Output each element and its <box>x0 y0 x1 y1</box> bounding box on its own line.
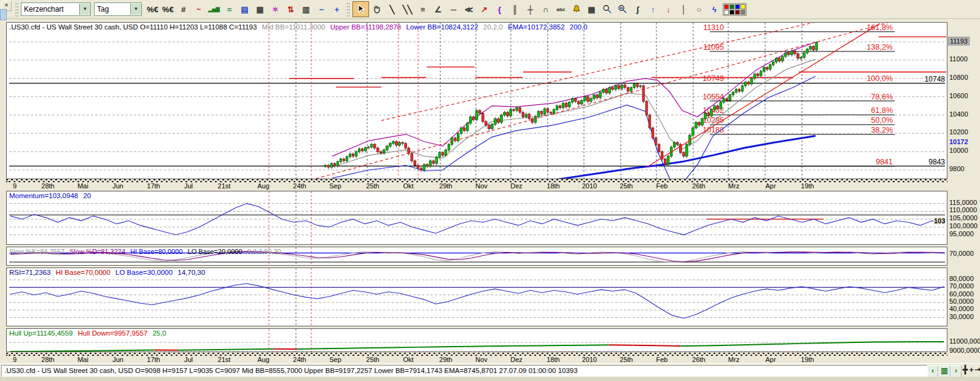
x-axis-label: 9 <box>2 182 27 190</box>
book-icon[interactable]: ▤ <box>237 2 252 17</box>
hand-pan-icon[interactable] <box>369 2 384 17</box>
mini-scrollbar[interactable] <box>0 9 7 20</box>
x-axis-label: 21st <box>212 182 236 190</box>
undo-icon[interactable]: ↶ <box>978 365 980 374</box>
histogram-icon[interactable]: ▂▅▇ <box>206 2 222 17</box>
axis-label: 10800 <box>949 74 968 81</box>
vertical-line-icon[interactable]: │ <box>676 2 691 17</box>
x-axis-label: 9 <box>2 356 27 363</box>
zoom-out-icon[interactable] <box>615 2 630 17</box>
x-axis-label: 17th <box>141 356 166 363</box>
palette-color-swatch[interactable] <box>729 4 734 9</box>
bb-params-label: 20,2,0 <box>483 23 503 31</box>
price-axis-column: 1119310172110001080010600104001020010000… <box>947 0 980 381</box>
x-axis-label: Sep <box>323 356 348 363</box>
axis-label: 103 <box>934 217 945 225</box>
horizontal-levels-icon[interactable]: ≡ <box>415 2 430 17</box>
x-axis-label: 25th <box>360 182 385 190</box>
axis-label: 70,0000 <box>949 250 974 257</box>
scrollbar-thumb[interactable]: ▥ <box>938 365 951 377</box>
color-palette-icon[interactable] <box>723 3 747 16</box>
bottom-strip <box>0 377 980 381</box>
chevron-down-icon[interactable]: ▼ <box>130 4 141 15</box>
palette-color-swatch[interactable] <box>724 10 729 15</box>
rsi-pane[interactable]: RSI=71,2363 HI Base=70,0000 LO Base=30,0… <box>6 267 947 326</box>
x-axis-label: Jun <box>106 182 130 190</box>
main-chart-title: .US30.cfd - US Wall Street 30 cash, USD … <box>9 23 591 31</box>
momentum-value-label: Momentum=103,0948 <box>9 192 78 199</box>
toolbar-grip[interactable] <box>347 2 350 17</box>
fibonacci-zones-icon[interactable]: { <box>492 2 507 17</box>
chart-template-icon[interactable]: ≈ <box>222 2 237 17</box>
zigzag-icon[interactable]: ϟ <box>707 2 722 17</box>
squiggle-icon[interactable]: ∫ <box>630 2 645 17</box>
x-axis-label: 18th <box>541 356 566 363</box>
hull-pane[interactable]: Hull Up=11145,4559 Hull Down=9957,9557 2… <box>6 328 947 352</box>
percent-scale-icon[interactable]: %€ <box>160 2 176 17</box>
zoom-in-icon[interactable] <box>599 2 615 17</box>
chart-type-dropdown[interactable]: Kerzenchart ▼ <box>21 2 91 16</box>
uptrend-dashed-2 <box>381 23 817 120</box>
print-icon[interactable]: ▦ <box>252 2 268 17</box>
parallel-lines-icon[interactable]: ╲╲ <box>400 2 415 17</box>
scroll-right-button[interactable]: › <box>951 365 962 377</box>
stochastic-pane[interactable]: Slow %K=84,2557 Slow %D=81,3224 HI Base=… <box>6 247 947 266</box>
crosshair-icon[interactable]: ┼ <box>523 2 538 17</box>
x-axis-label: Dez <box>504 182 529 190</box>
pointer-icon[interactable] <box>352 1 369 17</box>
rsi-hi-base-label: HI Base=70,0000 <box>56 269 111 276</box>
axis-label: 11000 <box>949 55 968 63</box>
grid-icon[interactable]: # <box>176 2 191 17</box>
slow-lo-base-label: LO Base=20,0000 <box>188 248 243 255</box>
x-axis-label: Jul <box>176 356 201 363</box>
palette-color-swatch[interactable] <box>735 4 740 9</box>
gann-fan-icon[interactable]: ∠ <box>430 2 446 17</box>
alert-bell-icon[interactable] <box>569 2 584 17</box>
zoom-in-plus-icon[interactable]: + <box>329 2 344 17</box>
momentum-params-label: 20 <box>83 192 91 199</box>
x-axis-label: Mrz <box>721 182 746 190</box>
sell-arrow-icon[interactable]: ↓ <box>661 2 676 17</box>
x-axis-label: Sep <box>323 182 348 190</box>
speed-lines-icon[interactable]: ≪ <box>461 2 476 17</box>
trendline-icon[interactable]: ╲ <box>384 2 400 17</box>
x-axis-label: 24th <box>287 356 312 363</box>
ellipse-icon[interactable]: ○ <box>691 2 707 17</box>
period-dropdown[interactable]: Tag ▼ <box>94 2 142 16</box>
style-brush-icon[interactable]: ✶ <box>268 2 283 17</box>
x-axis-label: 24th <box>287 182 312 190</box>
rsi-params-label: 14,70,30 <box>177 269 205 276</box>
text-label-icon[interactable]: abc <box>553 2 569 17</box>
momentum-title: Momentum=103,0948 20 <box>9 192 94 199</box>
rsi-title: RSI=71,2363 HI Base=70,0000 LO Base=30,0… <box>9 269 208 276</box>
buy-arrow-icon[interactable]: ↑ <box>645 2 661 17</box>
x-axis-label: Jun <box>106 356 130 363</box>
price-scale-icon[interactable]: %€ <box>145 2 160 17</box>
workspace-icon[interactable]: ▥ <box>298 2 314 17</box>
palette-color-swatch[interactable] <box>735 10 740 15</box>
fibonacci-levels-icon[interactable]: ↗ <box>476 2 492 17</box>
x-axis-label: 25th <box>614 356 639 363</box>
svg-text:10554: 10554 <box>702 93 724 101</box>
palette-color-swatch[interactable] <box>741 10 745 15</box>
zoom-out-minus-icon[interactable]: − <box>314 2 329 17</box>
chevron-down-icon[interactable]: ▼ <box>79 4 90 15</box>
x-axis-label: Nov <box>469 182 494 190</box>
arcs-icon[interactable]: ∩ <box>538 2 553 17</box>
horizontal-line-icon[interactable]: ─ <box>446 2 461 17</box>
calculator-icon[interactable]: ▩ <box>584 2 599 17</box>
x-axis-label: Jul <box>176 182 201 190</box>
momentum-pane[interactable]: Momentum=103,0948 20 <box>6 191 947 245</box>
toolbar-grip[interactable] <box>15 2 18 17</box>
palette-color-swatch[interactable] <box>724 4 729 9</box>
indicators-updown-icon[interactable]: ⇅ <box>283 2 298 17</box>
palette-color-swatch[interactable] <box>741 4 745 9</box>
svg-text:138,2%: 138,2% <box>867 43 893 52</box>
indicator-wave-icon[interactable]: ~ <box>191 2 206 17</box>
palette-color-swatch[interactable] <box>729 10 734 15</box>
svg-text:50,0%: 50,0% <box>871 116 893 125</box>
uptrend-solid <box>647 23 880 167</box>
main-chart-pane[interactable]: 10748984311310161,8%11095138,2%10749100,… <box>6 22 947 179</box>
vertical-grid-icon[interactable]: ║ <box>507 2 523 17</box>
scroll-left-button[interactable]: ‹ <box>927 365 938 377</box>
